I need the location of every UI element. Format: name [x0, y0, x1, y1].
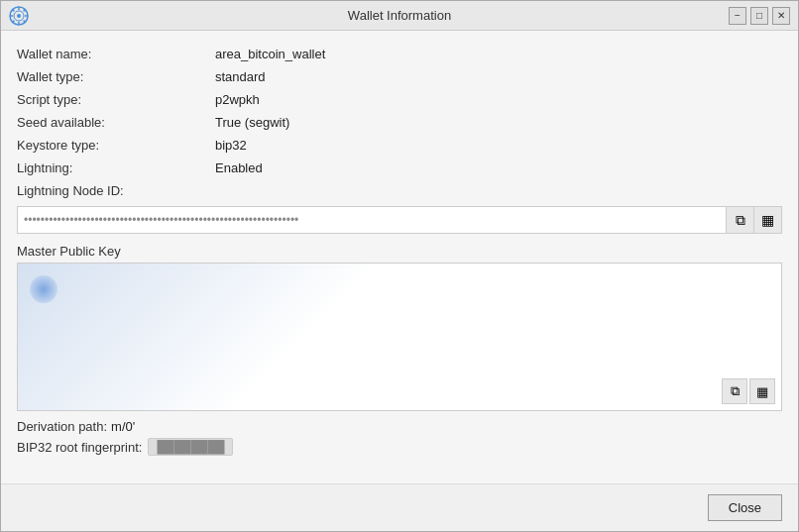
master-pubkey-blur [18, 264, 781, 410]
script-type-label: Script type: [17, 92, 215, 107]
window-controls: − □ ✕ [729, 7, 790, 25]
wallet-name-label: Wallet name: [17, 47, 215, 61]
lightning-label: Lightning: [17, 160, 215, 175]
lightning-copy-button[interactable]: ⧉ [727, 206, 754, 234]
wallet-type-label: Wallet type: [17, 69, 215, 84]
maximize-button[interactable]: □ [750, 7, 768, 25]
close-window-button[interactable]: ✕ [772, 7, 790, 25]
lightning-value: Enabled [215, 160, 263, 175]
close-button[interactable]: Close [708, 494, 782, 521]
lightning-qr-button[interactable]: ▦ [754, 206, 782, 234]
master-pubkey-section-label: Master Public Key [17, 244, 782, 259]
derivation-path-row: Derivation path: m/0' [17, 419, 782, 434]
fingerprint-label: BIP32 root fingerprint: [17, 440, 142, 455]
derivation-path-value: m/0' [111, 419, 135, 434]
lightning-node-id-label: Lightning Node ID: [17, 183, 215, 198]
derivation-path-label: Derivation path: [17, 419, 107, 434]
lightning-node-id-field-row: ⧉ ▦ [17, 206, 782, 234]
minimize-button[interactable]: − [729, 7, 746, 25]
pubkey-qr-icon: ▦ [756, 384, 768, 399]
wallet-type-value: standard [215, 69, 266, 84]
window-title: Wallet Information [348, 8, 451, 23]
lightning-node-id-input[interactable] [17, 206, 727, 234]
pubkey-copy-icon: ⧉ [731, 383, 740, 399]
svg-line-7 [12, 9, 14, 11]
wallet-type-row: Wallet type: standard [17, 65, 782, 88]
svg-line-10 [12, 20, 14, 22]
svg-line-8 [24, 20, 26, 22]
lightning-node-id-row: Lightning Node ID: [17, 179, 782, 202]
script-type-value: p2wpkh [215, 92, 260, 107]
seed-available-label: Seed available: [17, 115, 215, 130]
keystore-type-value: bip32 [215, 138, 247, 153]
titlebar: Wallet Information − □ ✕ [1, 1, 798, 31]
titlebar-left [9, 6, 29, 26]
seed-available-row: Seed available: True (segwit) [17, 111, 782, 134]
main-content: Wallet name: area_bitcoin_wallet Wallet … [1, 31, 798, 483]
master-pubkey-box: ⧉ ▦ [17, 263, 782, 411]
fingerprint-row: BIP32 root fingerprint: ████████ [17, 438, 782, 456]
footer: Close [1, 483, 798, 531]
pubkey-qr-button[interactable]: ▦ [749, 378, 775, 404]
master-pubkey-dot [30, 275, 57, 303]
fingerprint-value: ████████ [148, 438, 233, 456]
qr-icon: ▦ [761, 212, 774, 228]
wallet-name-value: area_bitcoin_wallet [215, 47, 325, 61]
lightning-row: Lightning: Enabled [17, 157, 782, 179]
pubkey-copy-button[interactable]: ⧉ [722, 378, 747, 404]
keystore-type-row: Keystore type: bip32 [17, 134, 782, 157]
script-type-row: Script type: p2wpkh [17, 88, 782, 111]
electrum-logo-icon [9, 6, 29, 26]
keystore-type-label: Keystore type: [17, 138, 215, 153]
wallet-name-row: Wallet name: area_bitcoin_wallet [17, 43, 782, 65]
svg-line-9 [24, 9, 26, 11]
svg-point-2 [17, 14, 21, 18]
pubkey-icon-group: ⧉ ▦ [722, 378, 775, 404]
copy-icon: ⧉ [736, 212, 745, 229]
seed-available-value: True (segwit) [215, 115, 289, 130]
wallet-info-window: Wallet Information − □ ✕ Wallet name: ar… [0, 0, 799, 532]
